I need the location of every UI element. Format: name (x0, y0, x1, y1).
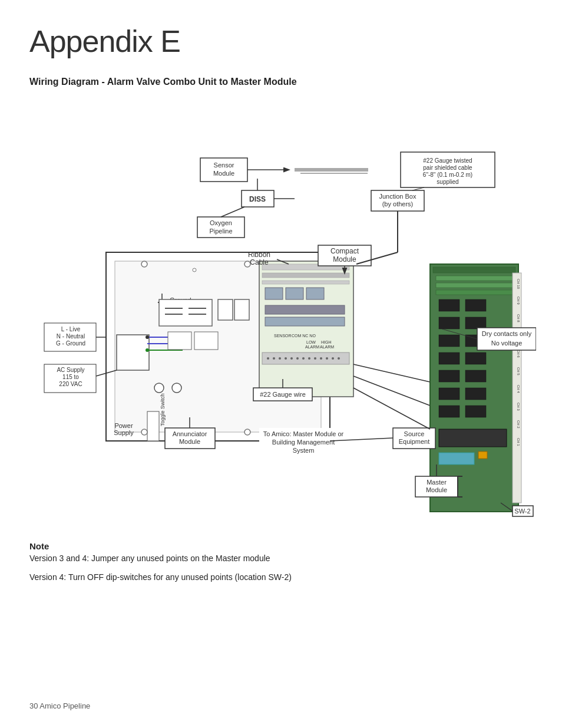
svg-text:N - Neutral: N - Neutral (57, 333, 85, 340)
svg-rect-74 (436, 290, 515, 295)
svg-text:CH 6: CH 6 (517, 350, 520, 358)
svg-text:SW-2: SW-2 (514, 508, 530, 515)
svg-rect-42 (265, 317, 345, 326)
svg-rect-86 (439, 299, 459, 311)
svg-text:Junction Box: Junction Box (379, 193, 416, 200)
svg-text:Module: Module (333, 255, 356, 263)
svg-text:AC Supply: AC Supply (57, 367, 84, 373)
svg-rect-92 (439, 353, 459, 364)
svg-point-54 (290, 357, 293, 360)
svg-text:Source: Source (404, 430, 425, 437)
diagram-svg: Sensor Module DISS Oxygen Pipeline Junct… (29, 99, 536, 523)
svg-rect-93 (465, 353, 486, 364)
svg-rect-96 (439, 388, 459, 400)
svg-rect-28 (147, 411, 159, 441)
svg-rect-27 (117, 335, 149, 370)
svg-point-153 (141, 261, 147, 267)
svg-text:Ribbon: Ribbon (248, 251, 270, 259)
svg-point-170 (146, 348, 149, 352)
svg-text:Master: Master (427, 479, 447, 486)
svg-point-169 (146, 335, 149, 339)
svg-text:COM NC NO: COM NC NO (292, 334, 316, 338)
svg-rect-164 (234, 299, 249, 320)
note-title: Note (29, 541, 533, 551)
svg-text:HIGH: HIGH (321, 340, 332, 344)
svg-text:DISS: DISS (249, 195, 266, 203)
svg-text:Dry contacts only: Dry contacts only (482, 330, 532, 337)
svg-point-60 (326, 357, 328, 360)
wiring-diagram: Sensor Module DISS Oxygen Pipeline Junct… (29, 99, 536, 523)
svg-text:Oxygen: Oxygen (210, 219, 232, 226)
section-heading: Wiring Diagram - Alarm Valve Combo Unit … (29, 77, 533, 87)
svg-rect-72 (436, 276, 515, 281)
svg-rect-49 (262, 353, 349, 364)
svg-text:Equipment: Equipment (399, 438, 430, 445)
svg-rect-73 (436, 283, 515, 288)
svg-text:CH 2: CH 2 (517, 420, 520, 429)
svg-point-55 (296, 357, 299, 360)
notes-section: Note Version 3 and 4: Jumper any unused … (29, 541, 533, 582)
svg-point-52 (279, 357, 281, 360)
svg-text:CH 1: CH 1 (517, 438, 520, 446)
svg-text:CH 5: CH 5 (517, 367, 520, 375)
svg-text:supplied: supplied (437, 179, 458, 185)
svg-rect-163 (218, 299, 233, 320)
footer: 30 Amico Pipeline (29, 701, 90, 710)
svg-text:pair shielded cable: pair shielded cable (423, 164, 472, 171)
svg-rect-38 (265, 288, 283, 299)
svg-text:6"-8" (0.1 m-0.2 m): 6"-8" (0.1 m-0.2 m) (423, 172, 472, 178)
svg-rect-165 (168, 332, 191, 350)
svg-text:To Amico: Master Module or: To Amico: Master Module or (263, 430, 344, 437)
svg-point-62 (338, 357, 340, 360)
svg-text:Cable: Cable (250, 258, 269, 266)
svg-point-50 (267, 357, 269, 360)
svg-text:(by others): (by others) (382, 200, 414, 207)
svg-point-156 (244, 429, 250, 435)
svg-rect-40 (306, 288, 324, 299)
svg-rect-100 (439, 429, 507, 447)
svg-text:115 to: 115 to (62, 374, 79, 380)
svg-rect-36 (262, 273, 349, 278)
svg-point-154 (244, 261, 250, 267)
svg-point-51 (273, 357, 275, 360)
svg-rect-98 (439, 406, 459, 417)
svg-text:Pipeline: Pipeline (209, 228, 232, 235)
svg-text:CH 3: CH 3 (517, 403, 520, 411)
svg-rect-87 (465, 299, 486, 311)
svg-text:G - Ground: G - Ground (56, 340, 85, 347)
svg-rect-97 (465, 388, 486, 400)
svg-rect-37 (262, 281, 349, 284)
svg-text:LOW: LOW (306, 340, 316, 344)
svg-rect-166 (194, 332, 218, 350)
svg-rect-88 (439, 317, 459, 329)
svg-text:CH 10: CH 10 (517, 279, 520, 289)
svg-text:CH 4: CH 4 (517, 385, 520, 393)
svg-rect-99 (465, 406, 486, 417)
svg-text:System: System (293, 447, 315, 454)
svg-text:Toggle Switch: Toggle Switch (160, 393, 166, 426)
note-text-1: Version 3 and 4: Jumper any unused point… (29, 554, 533, 563)
svg-text:Building Management: Building Management (272, 439, 335, 446)
svg-text:#22 Gauge twisted: #22 Gauge twisted (423, 157, 472, 164)
svg-rect-94 (439, 370, 459, 382)
svg-point-58 (314, 357, 316, 360)
svg-text:Supply: Supply (114, 429, 134, 436)
svg-text:Module: Module (426, 486, 447, 493)
svg-rect-41 (265, 305, 345, 314)
svg-text:#22 Gauge wire: #22 Gauge wire (260, 391, 306, 398)
svg-text:CH 8: CH 8 (517, 314, 520, 322)
svg-text:SENSOR: SENSOR (274, 334, 292, 338)
svg-text:ALARM: ALARM (320, 345, 334, 349)
svg-rect-95 (465, 370, 486, 382)
svg-text:220 VAC: 220 VAC (59, 381, 82, 387)
svg-rect-90 (439, 335, 459, 347)
svg-point-59 (320, 357, 322, 360)
svg-point-56 (302, 357, 305, 360)
svg-point-61 (332, 357, 334, 360)
svg-text:Power: Power (114, 422, 133, 429)
svg-text:Compact: Compact (330, 247, 359, 255)
svg-rect-39 (286, 288, 303, 299)
svg-point-168 (172, 383, 181, 393)
page-title: Appendix E (29, 24, 533, 59)
svg-text:Annunciator: Annunciator (173, 430, 207, 437)
